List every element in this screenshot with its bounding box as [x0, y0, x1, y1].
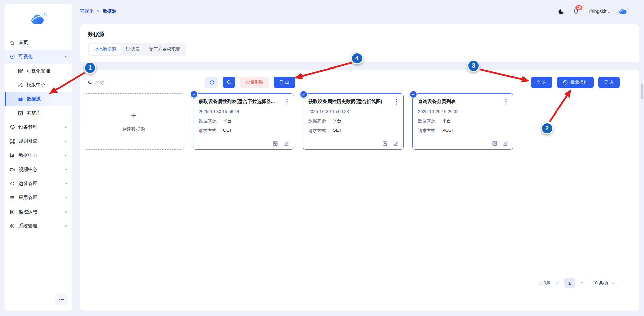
page-number[interactable]: 1 [564, 278, 575, 288]
page-title: 数据源 [88, 31, 631, 38]
datasource-cards: + 创建数据源 获取设备属性列表(适合下拉选择器... 2025-10-30 1… [83, 93, 513, 150]
sidebar-item-home[interactable]: 首页 [5, 36, 72, 50]
check-icon [411, 92, 415, 96]
material-icon [17, 110, 23, 116]
export-button[interactable]: 导 出 [274, 77, 295, 88]
source-value: 平台 [442, 118, 451, 124]
toolbar-right: 全 选 批量操作 导 入 [531, 77, 620, 88]
refresh-button[interactable] [205, 77, 218, 88]
sidebar-item-label: 视频中心 [18, 167, 37, 173]
preview-detail-icon[interactable] [273, 141, 278, 146]
card-date: 2025-10-30 15:56:44 [199, 109, 288, 114]
sidebar-item-label: 数据中心 [18, 152, 37, 159]
card-date: 2025-10-30 15:00:23 [308, 109, 398, 114]
breadcrumb-visualization[interactable]: 可视化 [80, 8, 94, 14]
preview-detail-icon[interactable] [382, 141, 388, 146]
card-title: 查询设备分页列表 [418, 99, 499, 105]
create-datasource-card[interactable]: + 创建数据源 [83, 93, 184, 150]
sidebar-item-label: 首页 [18, 40, 28, 46]
scrollbar-thumb[interactable] [641, 84, 643, 99]
user-menu[interactable]: Thingskit... [588, 9, 610, 14]
collapse-icon [59, 297, 65, 302]
kebab-icon [286, 99, 288, 105]
kebab-icon [505, 99, 507, 105]
sidebar-item-visualization[interactable]: 可视化 [5, 50, 72, 64]
next-page-button[interactable]: › [579, 279, 585, 287]
gear-icon [9, 223, 15, 229]
select-all-button[interactable]: 全 选 [531, 77, 553, 88]
sidebar-item-data-center[interactable]: 数据中心 [5, 148, 72, 163]
annotation-badge-2: 2 [541, 122, 553, 134]
card-method-row: 请求方式 GET [308, 128, 398, 134]
breadcrumb-datasource: 数据源 [103, 8, 117, 14]
selected-check-badge[interactable] [300, 90, 308, 98]
datasource-card[interactable]: 获取设备属性历史数据(适合折线图) 2025-10-30 15:00:23 数据… [303, 93, 404, 150]
app-logo[interactable] [5, 4, 72, 35]
source-value: 平台 [223, 118, 232, 124]
kebab-icon [396, 99, 397, 105]
method-value: POST [442, 128, 454, 134]
sidebar-item-label: 可视化管理 [27, 68, 50, 74]
chevron-down-icon [64, 125, 68, 129]
toolbar: 批量删除 导 出 全 选 批量操作 导 入 [84, 77, 620, 88]
annotation-badge-3: 3 [467, 60, 480, 72]
plus-icon: + [131, 111, 136, 120]
card-menu-button[interactable] [393, 98, 400, 105]
sidebar-item-label: 监控运维 [18, 209, 37, 215]
search-input[interactable] [95, 80, 150, 85]
card-menu-button[interactable] [283, 98, 290, 105]
selected-check-badge[interactable] [409, 90, 417, 98]
sidebar-item-edge-management[interactable]: 边缘管理 [5, 177, 72, 191]
avatar-cloud-icon [618, 7, 629, 15]
tab-dynamic-datasource[interactable]: 动态数据源 [89, 44, 121, 55]
sidebar-item-label: 规则引擎 [18, 138, 37, 144]
edit-icon[interactable] [283, 141, 289, 146]
search-box [84, 77, 153, 88]
batch-operation-label: 批量操作 [570, 79, 588, 85]
source-label: 数据来源 [199, 118, 223, 124]
selected-check-badge[interactable] [190, 90, 198, 98]
datasource-card[interactable]: 查询设备分页列表 2025-10-29 16:26:32 数据来源 平台 请求方… [412, 93, 513, 150]
sidebar-item-app-management[interactable]: 应用管理 [5, 191, 72, 205]
sidebar-item-monitor-ops[interactable]: 监控运维 [5, 205, 72, 219]
chevron-down-icon [64, 139, 68, 143]
sidebar-item-label: 应用管理 [18, 195, 37, 201]
notifications-button[interactable]: 16 [573, 8, 579, 15]
page-size-select[interactable]: 10 条/页 [589, 278, 619, 288]
avatar[interactable] [618, 6, 629, 16]
search-icon [226, 80, 232, 85]
datasource-card[interactable]: 获取设备属性列表(适合下拉选择器... 2025-10-30 15:56:44 … [193, 93, 294, 150]
prev-page-button[interactable]: ‹ [555, 279, 560, 287]
home-icon [9, 40, 15, 46]
sidebar-item-video-center[interactable]: 视频中心 [5, 163, 72, 177]
card-title: 获取设备属性历史数据(适合折线图) [308, 99, 389, 105]
chevron-down-icon [64, 168, 68, 172]
sidebar-item-device-management[interactable]: 设备管理 [5, 120, 72, 134]
sidebar-item-visualization-management[interactable]: 可视化管理 [5, 64, 72, 78]
sidebar-collapse-button[interactable] [55, 293, 68, 305]
preview-detail-icon[interactable] [492, 141, 498, 146]
edit-icon[interactable] [393, 141, 399, 146]
chevron-up-icon [64, 55, 68, 59]
sidebar-item-rule-engine[interactable]: 规则引擎 [5, 134, 72, 148]
sidebar-item-label: 模版中心 [27, 82, 45, 88]
tabs: 动态数据源 过滤器 第三方鉴权配置 [88, 43, 186, 56]
batch-operation-button[interactable]: 批量操作 [557, 77, 594, 88]
import-button[interactable]: 导 入 [598, 77, 620, 88]
card-footer [273, 141, 289, 146]
tab-third-party-auth[interactable]: 第三方鉴权配置 [144, 44, 185, 55]
source-label: 数据来源 [418, 118, 442, 124]
sidebar-item-material-library[interactable]: 素材库 [5, 106, 72, 120]
sidebar-item-system-management[interactable]: 系统管理 [5, 219, 72, 233]
batch-delete-button[interactable]: 批量删除 [240, 77, 269, 88]
search-button[interactable] [223, 77, 235, 88]
sidebar-item-datasource[interactable]: 数据源 [5, 92, 72, 106]
tab-filter[interactable]: 过滤器 [121, 44, 144, 55]
edit-icon[interactable] [503, 141, 508, 146]
card-footer [382, 141, 399, 146]
dark-mode-toggle[interactable] [558, 8, 565, 15]
card-footer [492, 141, 508, 146]
card-menu-button[interactable] [503, 98, 509, 105]
card-method-row: 请求方式 GET [199, 128, 288, 134]
sidebar-item-template-center[interactable]: 模版中心 [5, 78, 72, 92]
